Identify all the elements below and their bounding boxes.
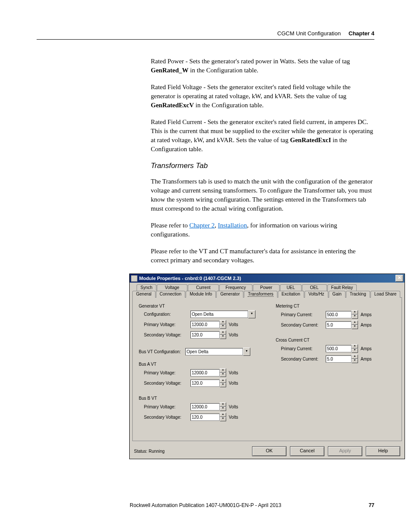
tab-strip: Synch Voltage Current Frequency Power UE…: [132, 284, 402, 298]
para-rated-field-current: Rated Field Current - Sets the generator…: [151, 118, 374, 154]
tab-tracking[interactable]: Tracking: [346, 291, 370, 298]
bus-a-vt-title: Bus A VT: [139, 362, 258, 367]
metering-ct-title: Metering CT: [276, 304, 395, 308]
close-button[interactable]: ✕: [395, 275, 403, 282]
tab-uel[interactable]: UEL: [280, 284, 301, 291]
bus-vt-config-select[interactable]: [185, 348, 243, 355]
gen-secondary-voltage-input[interactable]: [190, 331, 220, 339]
label-secondary-voltage: Secondary Voltage:: [144, 415, 190, 420]
busa-secondary-voltage-input[interactable]: [190, 380, 220, 387]
header-section: CGCM Unit Configuration: [277, 30, 341, 37]
dropdown-icon[interactable]: ▼: [243, 348, 250, 356]
metering-primary-current-input[interactable]: [326, 311, 352, 318]
body-text: Rated Power - Sets the generator's rated…: [151, 57, 374, 154]
tab-voltage[interactable]: Voltage: [157, 284, 187, 291]
gen-primary-voltage-input[interactable]: [190, 321, 220, 328]
busb-primary-voltage-input[interactable]: [190, 403, 220, 411]
page-number: 77: [369, 502, 374, 508]
tab-frequency[interactable]: Frequency: [219, 284, 252, 291]
busa-primary-voltage-input[interactable]: [190, 369, 220, 376]
subheading-transformers-tab: Transformers Tab: [151, 162, 374, 170]
tab-volts-hz[interactable]: Volts/Hz: [305, 291, 328, 298]
para-vt-ct-data: Please refer to the VT and CT manufactur…: [151, 247, 374, 265]
spinner[interactable]: ▲▼: [352, 320, 358, 329]
unit-amps: Amps: [361, 357, 372, 361]
label-secondary-current: Secondary Current:: [281, 357, 326, 361]
label-secondary-voltage: Secondary Voltage:: [144, 381, 190, 386]
dialog-titlebar: Module Properties - cnbrd:0 (1407-CGCM 2…: [130, 274, 405, 283]
spinner[interactable]: ▲▼: [220, 413, 226, 421]
bus-b-vt-title: Bus B VT: [139, 396, 258, 401]
dropdown-icon[interactable]: ▼: [248, 310, 255, 318]
header-chapter: Chapter 4: [349, 30, 374, 37]
metering-secondary-current-input[interactable]: [326, 321, 352, 329]
footer-publication: Rockwell Automation Publication 1407-UM0…: [130, 502, 281, 508]
tab-load-share[interactable]: Load Share: [371, 291, 401, 298]
label-primary-current: Primary Current:: [281, 312, 326, 317]
spinner[interactable]: ▲▼: [220, 320, 226, 329]
label-bus-vt-config: Bus VT Configuration:: [139, 349, 185, 354]
tab-fault-relay[interactable]: Fault Relay: [327, 284, 357, 291]
dialog-title: Module Properties - cnbrd:0 (1407-CGCM 2…: [139, 276, 241, 281]
link-chapter-2[interactable]: Chapter 2: [190, 222, 215, 229]
ok-button[interactable]: OK: [252, 446, 286, 456]
tab-gain[interactable]: Gain: [329, 291, 346, 298]
unit-volts: Volts: [229, 333, 238, 337]
tab-oel[interactable]: OEL: [302, 284, 327, 291]
cross-current-ct-title: Cross Current CT: [276, 338, 395, 342]
gen-vt-config-select[interactable]: [190, 311, 248, 318]
tab-power[interactable]: Power: [253, 284, 280, 291]
status-text: Status: Running: [134, 449, 165, 454]
unit-volts: Volts: [229, 322, 238, 327]
tab-connection[interactable]: Connection: [156, 291, 186, 298]
spinner[interactable]: ▲▼: [352, 355, 358, 363]
cc-primary-current-input[interactable]: [326, 345, 352, 352]
tab-current[interactable]: Current: [188, 284, 218, 291]
spinner[interactable]: ▲▼: [220, 330, 226, 339]
spinner[interactable]: ▲▼: [352, 310, 358, 319]
label-secondary-voltage: Secondary Voltage:: [144, 333, 190, 337]
label-secondary-current: Secondary Current:: [281, 323, 326, 327]
label-primary-voltage: Primary Voltage:: [144, 370, 190, 375]
para-refer-chapter: Please refer to Chapter 2, Installation,…: [151, 221, 374, 239]
tab-module-info[interactable]: Module Info: [186, 291, 216, 298]
unit-volts: Volts: [229, 404, 238, 409]
system-icon: [131, 275, 137, 282]
tab-excitation[interactable]: Excitation: [278, 291, 304, 298]
help-button[interactable]: Help: [366, 446, 400, 456]
tab-generator[interactable]: Generator: [216, 291, 243, 298]
unit-volts: Volts: [229, 370, 238, 375]
label-primary-voltage: Primary Voltage:: [144, 322, 190, 327]
tab-general[interactable]: General: [132, 291, 156, 298]
spinner[interactable]: ▲▼: [352, 344, 358, 353]
spinner[interactable]: ▲▼: [220, 368, 226, 377]
label-configuration: Configuration:: [144, 312, 190, 317]
label-primary-voltage: Primary Voltage:: [144, 404, 190, 409]
label-primary-current: Primary Current:: [281, 346, 326, 351]
unit-volts: Volts: [229, 381, 238, 386]
unit-amps: Amps: [361, 323, 372, 327]
tab-transformers[interactable]: Transformers: [244, 291, 277, 298]
cc-secondary-current-input[interactable]: [326, 355, 352, 363]
spinner[interactable]: ▲▼: [220, 379, 226, 387]
para-transformers-intro: The Transformers tab is used to match th…: [151, 177, 374, 213]
para-rated-power: Rated Power - Sets the generator's rated…: [151, 57, 374, 75]
tab-synch[interactable]: Synch: [137, 284, 156, 291]
cancel-button[interactable]: Cancel: [290, 446, 324, 456]
generator-vt-title: Generator VT: [139, 304, 258, 308]
unit-volts: Volts: [229, 415, 238, 420]
busb-secondary-voltage-input[interactable]: [190, 414, 220, 421]
para-rated-field-voltage: Rated Field Voltage - Sets the generator…: [151, 83, 374, 110]
dialog-screenshot: Module Properties - cnbrd:0 (1407-CGCM 2…: [129, 274, 405, 459]
spinner[interactable]: ▲▼: [220, 402, 226, 411]
link-installation[interactable]: Installation: [218, 222, 247, 229]
unit-amps: Amps: [361, 346, 372, 351]
unit-amps: Amps: [361, 312, 372, 317]
page-footer: Rockwell Automation Publication 1407-UM0…: [0, 502, 411, 508]
page-header: CGCM Unit Configuration Chapter 4: [37, 30, 374, 40]
apply-button[interactable]: Apply: [328, 446, 362, 456]
